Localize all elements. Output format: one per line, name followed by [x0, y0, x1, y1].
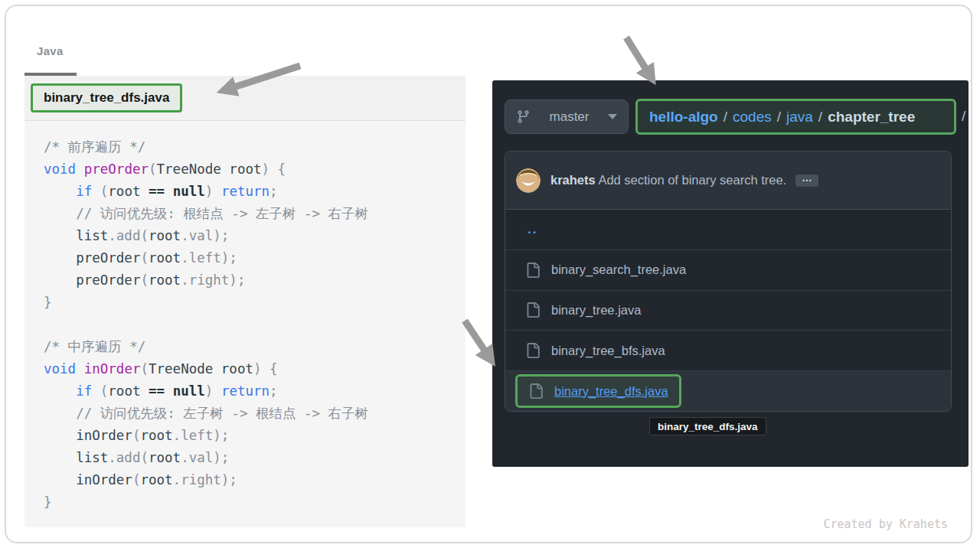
code-line: list.add(root.val);: [44, 225, 466, 247]
code-line: }: [44, 292, 466, 314]
chevron-down-icon: [608, 114, 617, 119]
file-title: binary_tree_dfs.java: [44, 90, 169, 106]
code-file-header: binary_tree_dfs.java: [24, 76, 466, 121]
latest-commit-row: krahets Add section of binary search tre…: [505, 152, 951, 210]
breadcrumb-separator: /: [718, 109, 733, 125]
code-line: // 访问优先级: 根结点 -> 左子树 -> 右子树: [44, 203, 466, 225]
file-name-link[interactable]: binary_tree.java: [551, 303, 641, 318]
code-line: /* 中序遍历 */: [44, 336, 466, 358]
commit-message-text[interactable]: Add section of binary search tree.: [596, 173, 786, 187]
file-name-link[interactable]: binary_tree_dfs.java: [554, 384, 668, 399]
file-icon: [525, 343, 541, 358]
branch-name: master: [538, 109, 600, 125]
filename-tooltip: binary_tree_dfs.java: [649, 417, 766, 435]
breadcrumb-segment[interactable]: codes: [733, 109, 772, 125]
github-panel: master hello-algo/codes/java/chapter_tre…: [492, 80, 969, 467]
code-line: [44, 314, 466, 336]
file-rows: ..binary_search_tree.javabinary_tree.jav…: [505, 210, 951, 411]
file-row-content: binary_search_tree.java: [505, 250, 686, 290]
branch-selector-button[interactable]: master: [505, 99, 629, 134]
file-icon: [525, 302, 541, 318]
breadcrumb-separator: /: [813, 109, 828, 125]
parent-directory-row[interactable]: ..: [505, 210, 951, 249]
code-line: inOrder(root.right);: [44, 469, 466, 491]
parent-directory-link[interactable]: ..: [505, 227, 537, 233]
commit-author[interactable]: krahets: [550, 173, 596, 187]
code-line: }: [44, 491, 466, 514]
code-line: if (root == null) return;: [44, 181, 466, 203]
code-line: /* 前序遍历 */: [44, 136, 466, 158]
code-line: void inOrder(TreeNode root) {: [44, 358, 466, 380]
code-line: if (root == null) return;: [44, 380, 466, 403]
file-row-content: binary_tree_bfs.java: [505, 331, 665, 370]
file-row[interactable]: binary_tree_bfs.java: [505, 330, 951, 370]
code-line: inOrder(root.left);: [44, 425, 466, 447]
file-row[interactable]: binary_tree.java: [505, 290, 951, 331]
code-line: list.add(root.val);: [44, 447, 466, 469]
file-row[interactable]: binary_tree_dfs.java: [505, 370, 951, 411]
file-icon: [528, 383, 544, 399]
commit-message: krahets Add section of binary search tre…: [550, 173, 786, 187]
code-line: preOrder(root.right);: [44, 269, 466, 292]
breadcrumb-segment: chapter_tree: [828, 109, 915, 125]
file-name-link[interactable]: binary_search_tree.java: [551, 262, 686, 277]
file-icon: [525, 262, 541, 278]
file-row-content: binary_tree.java: [505, 291, 641, 331]
code-line: // 访问优先级: 左子树 -> 根结点 -> 右子树: [44, 403, 466, 425]
breadcrumb-segment[interactable]: hello-algo: [649, 109, 718, 125]
git-branch-icon: [516, 109, 531, 124]
breadcrumb-separator: /: [772, 109, 786, 125]
code-block: /* 前序遍历 */void preOrder(TreeNode root) {…: [24, 121, 466, 514]
code-panel: binary_tree_dfs.java /* 前序遍历 */void preO…: [24, 76, 466, 527]
file-listing: krahets Add section of binary search tre…: [505, 151, 952, 412]
code-line: preOrder(root.left);: [44, 247, 466, 269]
commit-ellipsis-button[interactable]: ⋯: [795, 174, 818, 187]
file-row-highlight-box: binary_tree_dfs.java: [515, 374, 681, 408]
breadcrumb: hello-algo/codes/java/chapter_tree: [649, 109, 915, 126]
credit-text: Created by Krahets: [823, 517, 948, 531]
file-name-link[interactable]: binary_tree_bfs.java: [551, 344, 665, 358]
avatar[interactable]: [516, 168, 541, 193]
file-title-highlight-box: binary_tree_dfs.java: [31, 83, 182, 112]
breadcrumb-segment[interactable]: java: [786, 109, 813, 125]
figure-canvas: Java binary_tree_dfs.java /* 前序遍历 */void…: [0, 0, 980, 551]
breadcrumb-trailing-slash: /: [962, 108, 965, 125]
file-row[interactable]: binary_search_tree.java: [505, 249, 951, 290]
code-line: void preOrder(TreeNode root) {: [44, 158, 466, 181]
tab-java[interactable]: Java: [37, 44, 64, 57]
breadcrumb-highlight-box: hello-algo/codes/java/chapter_tree: [635, 99, 956, 135]
